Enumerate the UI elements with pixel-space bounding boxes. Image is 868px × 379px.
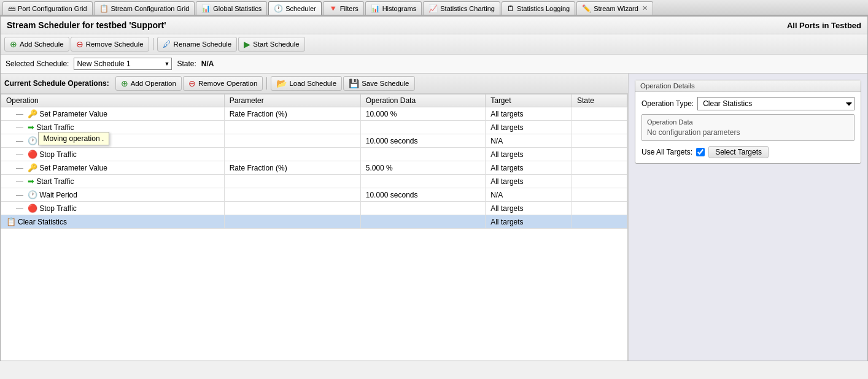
start-schedule-button[interactable]: ▶ Start Schedule — [238, 37, 304, 52]
dash-icon: — — [16, 191, 23, 199]
add-op-icon: ⊕ — [121, 78, 128, 88]
dash-icon: — — [16, 177, 23, 186]
tab-stats-charting[interactable]: 📈 Statistics Charting — [423, 1, 500, 15]
col-op-data: Operation Data — [360, 94, 485, 107]
table-row[interactable]: 📋Clear Statistics All targets — [1, 215, 627, 229]
row-state — [572, 161, 627, 175]
stream-wizard-icon: ✏️ — [582, 4, 591, 13]
dash-icon: — — [16, 123, 23, 132]
op-type-select-wrapper[interactable]: Clear Statistics — [697, 97, 854, 110]
row-state — [572, 121, 627, 134]
remove-schedule-button[interactable]: ⊖ Remove Schedule — [71, 37, 149, 52]
row-operation: — 🔴Stop Traffic — [1, 148, 225, 161]
row-op-data: 5.000 % — [360, 161, 485, 175]
global-stats-icon: 📊 — [201, 4, 211, 13]
row-parameter — [224, 148, 360, 161]
row-target: All targets — [486, 202, 572, 215]
tab-stats-logging[interactable]: 🗒 Statistics Logging — [502, 1, 575, 15]
stream-config-icon: 📋 — [99, 4, 109, 13]
ops-table: Operation Parameter Operation Data Targe… — [1, 94, 627, 229]
row-operation: — 🕐Wait Period — [1, 134, 225, 148]
state-value: N/A — [201, 59, 214, 68]
tab-port-config[interactable]: 🗃 Port Configuration Grid — [2, 1, 93, 15]
window-title: Stream Scheduler for testbed 'Support' — [7, 20, 166, 30]
table-row[interactable]: — ➡Start Traffic All targets — [1, 175, 627, 188]
tab-filters[interactable]: 🔻 Filters — [323, 1, 364, 15]
row-target: All targets — [486, 121, 572, 134]
row-parameter — [224, 175, 360, 188]
port-config-icon: 🗃 — [8, 4, 15, 13]
op-type-select[interactable]: Clear Statistics — [697, 97, 854, 110]
add-operation-button[interactable]: ⊕ Add Operation — [115, 76, 182, 91]
load-icon: 📂 — [276, 78, 287, 88]
row-target: All targets — [486, 175, 572, 188]
row-parameter — [224, 215, 360, 229]
row-operation: — ➡Start Traffic — [1, 175, 225, 188]
window-subtitle: All Ports in Testbed — [787, 21, 861, 30]
row-operation: — 🔑Set Parameter Value — [1, 161, 225, 175]
row-target: N/A — [486, 188, 572, 202]
tab-stream-wizard[interactable]: ✏️ Stream Wizard ✕ — [576, 1, 653, 15]
table-row[interactable]: — ➡Start Traffic Moving operation . All … — [1, 121, 627, 134]
start-schedule-icon: ▶ — [244, 39, 250, 49]
remove-operation-button[interactable]: ⊖ Remove Operation — [183, 76, 263, 91]
content-area: ⊕ Add Schedule ⊖ Remove Schedule 🖊 Renam… — [1, 34, 867, 361]
row-op-data: 10.000 seconds — [360, 188, 485, 202]
row-state — [572, 107, 627, 121]
schedule-label: Selected Schedule: — [6, 59, 69, 68]
table-row[interactable]: — 🔑Set Parameter Value Rate Fraction (%)… — [1, 107, 627, 121]
row-parameter — [224, 188, 360, 202]
ops-section-label: Current Schedule Operations: — [4, 79, 109, 88]
add-schedule-button[interactable]: ⊕ Add Schedule — [4, 37, 69, 52]
tab-scheduler[interactable]: 🕐 Scheduler — [268, 1, 322, 15]
op-data-content: No configuration parameters — [647, 128, 849, 137]
schedule-toolbar: ⊕ Add Schedule ⊖ Remove Schedule 🖊 Renam… — [1, 34, 867, 55]
row-target: All targets — [486, 148, 572, 161]
details-group-title: Operation Details — [635, 80, 861, 92]
row-target: All targets — [486, 107, 572, 121]
row-target: N/A — [486, 134, 572, 148]
histograms-icon: 📊 — [371, 4, 380, 13]
use-all-targets-label: Use All Targets: — [641, 148, 692, 156]
load-schedule-button[interactable]: 📂 Load Schedule — [271, 76, 342, 91]
ops-toolbar: Current Schedule Operations: ⊕ Add Opera… — [1, 74, 628, 94]
row-state — [572, 215, 627, 229]
use-all-targets-checkbox[interactable] — [696, 148, 705, 156]
close-tab-icon[interactable]: ✕ — [642, 4, 648, 12]
row-parameter: Rate Fraction (%) — [224, 107, 360, 121]
details-panel: Operation Details Operation Type: Clear … — [628, 74, 867, 361]
add-schedule-icon: ⊕ — [10, 39, 17, 49]
table-row[interactable]: — 🔴Stop Traffic All targets — [1, 202, 627, 215]
ops-sep-1 — [266, 77, 267, 90]
row-state — [572, 134, 627, 148]
toolbar-sep-1 — [153, 38, 153, 50]
tab-histograms[interactable]: 📊 Histograms — [365, 1, 422, 15]
row-state — [572, 175, 627, 188]
tab-stream-config[interactable]: 📋 Stream Configuration Grid — [94, 1, 195, 15]
select-targets-button[interactable]: Select Targets — [708, 146, 769, 158]
table-row[interactable]: — 🕐Wait Period 10.000 seconds N/A — [1, 188, 627, 202]
save-schedule-button[interactable]: 💾 Save Schedule — [343, 76, 414, 91]
schedule-select[interactable]: New Schedule 1 — [74, 58, 172, 70]
schedule-select-wrapper[interactable]: New Schedule 1 — [74, 58, 172, 70]
table-row[interactable]: — 🔑Set Parameter Value Rate Fraction (%)… — [1, 161, 627, 175]
row-target: All targets — [486, 215, 572, 229]
dash-icon: — — [16, 137, 23, 145]
row-operation: — 🔑Set Parameter Value — [1, 107, 225, 121]
remove-op-icon: ⊖ — [188, 78, 196, 88]
main-window: Stream Scheduler for testbed 'Support' A… — [0, 16, 868, 361]
operation-details-group: Operation Details Operation Type: Clear … — [635, 80, 861, 164]
save-icon: 💾 — [349, 78, 359, 88]
tab-global-stats[interactable]: 📊 Global Statistics — [196, 1, 267, 15]
stats-logging-icon: 🗒 — [507, 4, 514, 13]
clock-icon: 🕐 — [28, 136, 37, 145]
clear-icon: 📋 — [6, 217, 16, 226]
arrow-icon: ➡ — [28, 177, 34, 186]
row-op-data: 10.000 seconds — [360, 134, 485, 148]
ops-table-wrap: Operation Parameter Operation Data Targe… — [1, 94, 628, 361]
tab-bar: 🗃 Port Configuration Grid 📋 Stream Confi… — [0, 0, 868, 16]
stop-icon: 🔴 — [28, 204, 37, 213]
rename-schedule-button[interactable]: 🖊 Rename Schedule — [157, 37, 238, 52]
table-row[interactable]: — 🔴Stop Traffic All targets — [1, 148, 627, 161]
dash-icon: — — [16, 150, 23, 159]
